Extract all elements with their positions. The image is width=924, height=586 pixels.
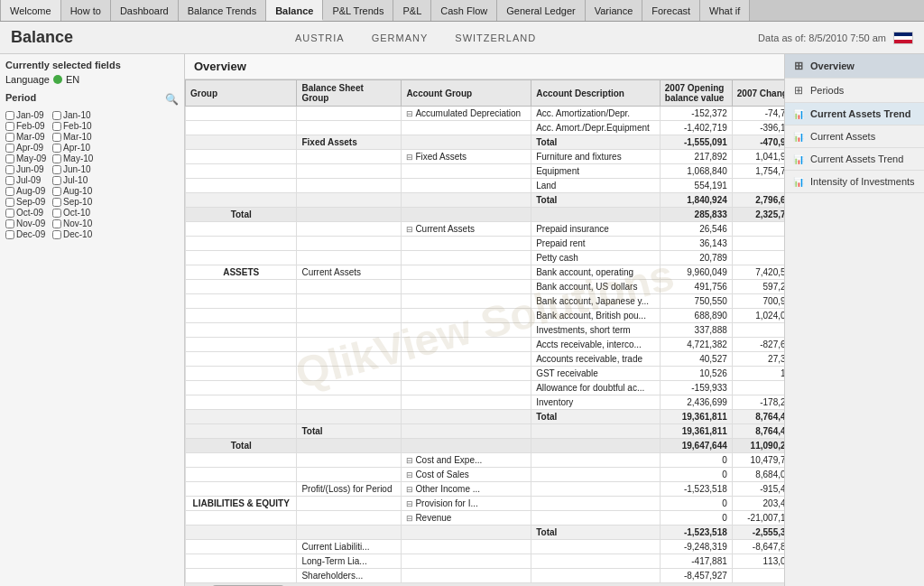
expand-icon[interactable]: ⊟ <box>406 485 413 494</box>
table-row: LIABILITIES & EQUITY⊟Provision for I...0… <box>186 497 785 511</box>
header-right: Data as of: 8/5/2010 7:50 am <box>758 32 913 44</box>
selected-fields-title: Currently selected fields <box>5 60 179 70</box>
data-timestamp: Data as of: 8/5/2010 7:50 am <box>758 33 886 43</box>
country-germany[interactable]: GERMANY <box>372 33 429 43</box>
cell-opening-value: 750,550 <box>660 294 732 309</box>
table-row: Land554,1910 <box>186 179 785 193</box>
cell-description <box>531 468 661 482</box>
cell-acct-group <box>402 179 531 193</box>
period-checkbox-left-10[interactable] <box>5 219 14 228</box>
cell-acct-group <box>402 294 531 309</box>
expand-icon[interactable]: ⊟ <box>406 153 413 162</box>
country-selector: AUSTRIAGERMANYSWITZERLAND <box>295 33 536 43</box>
period-checkbox-right-11[interactable] <box>52 230 61 239</box>
country-austria[interactable]: AUSTRIA <box>295 33 345 43</box>
cell-bs-group <box>297 338 402 352</box>
cell-bs-group <box>297 410 402 424</box>
period-checkbox-right-1[interactable] <box>52 122 61 131</box>
period-label-right-2: Mar-10 <box>63 132 97 142</box>
period-row-right-1: Feb-10 <box>52 121 97 131</box>
right-panel-item-3[interactable]: 📊Current Assets <box>785 126 924 148</box>
period-checkbox-left-9[interactable] <box>5 209 14 218</box>
nav-tab-balance[interactable]: Balance <box>266 0 323 21</box>
right-panel-item-4[interactable]: 📊Current Assets Trend <box>785 148 924 171</box>
nav-tab-dashboard[interactable]: Dashboard <box>111 0 179 21</box>
right-panel-item-1[interactable]: ⊞Periods <box>785 79 924 103</box>
period-checkbox-left-3[interactable] <box>5 144 14 153</box>
period-checkbox-left-0[interactable] <box>5 111 14 120</box>
period-checkbox-left-5[interactable] <box>5 165 14 174</box>
col-bs-group: Balance SheetGroup <box>297 80 402 107</box>
period-checkbox-right-5[interactable] <box>52 165 61 174</box>
period-row-right-10: Nov-10 <box>52 219 97 228</box>
period-checkbox-right-4[interactable] <box>52 154 61 163</box>
period-checkbox-left-11[interactable] <box>5 230 14 239</box>
period-checkbox-right-8[interactable] <box>52 198 61 207</box>
nav-tab-forecast[interactable]: Forecast <box>642 0 700 21</box>
bar-chart-icon: 📊 <box>792 132 805 142</box>
nav-tab-p-l-trends[interactable]: P&L Trends <box>323 0 393 21</box>
expand-icon[interactable]: ⊟ <box>406 499 413 508</box>
cell-description <box>531 453 661 468</box>
nav-tab-general-ledger[interactable]: General Ledger <box>497 0 585 21</box>
cell-bs-group <box>297 150 402 164</box>
nav-tab-cash-flow[interactable]: Cash Flow <box>431 0 497 21</box>
period-checkbox-right-3[interactable] <box>52 144 61 153</box>
cell-acct-group: ⊟Accumulated Depreciation <box>402 107 531 121</box>
period-checkbox-left-4[interactable] <box>5 154 14 163</box>
expand-icon[interactable]: ⊟ <box>406 456 413 465</box>
expand-icon[interactable]: ⊟ <box>406 109 413 118</box>
right-panel-item-0[interactable]: ⊞Overview <box>785 54 924 79</box>
cell-acct-group <box>402 540 531 554</box>
expand-icon[interactable]: ⊟ <box>406 514 413 523</box>
right-panel-item-2[interactable]: 📊Current Assets Trend <box>785 103 924 126</box>
table-row: ⊟Fixed AssetsFurniture and fixtures217,8… <box>186 150 785 164</box>
cell-group <box>186 135 297 150</box>
expand-icon[interactable]: ⊟ <box>406 225 413 234</box>
table-row: Bank account, Japanese y...750,550700,99… <box>186 294 785 309</box>
cell-acct-group <box>402 121 531 135</box>
cell-acct-group <box>402 569 531 583</box>
cell-description: Inventory <box>531 395 661 410</box>
nav-tab-how-to[interactable]: How to <box>61 0 111 21</box>
cell-acct-group: ⊟Provision for I... <box>402 497 531 511</box>
period-checkbox-left-8[interactable] <box>5 198 14 207</box>
nav-tab-balance-trends[interactable]: Balance Trends <box>179 0 266 21</box>
expand-icon[interactable]: ⊟ <box>406 470 413 479</box>
period-checkbox-right-10[interactable] <box>52 219 61 228</box>
period-search-icon[interactable]: 🔍 <box>165 93 179 106</box>
cell-bs-group <box>297 367 402 381</box>
period-checkbox-left-1[interactable] <box>5 122 14 131</box>
left-panel: Currently selected fields Language EN Pe… <box>0 54 185 586</box>
bar-chart-icon: 📊 <box>792 154 805 164</box>
period-checkbox-right-0[interactable] <box>52 111 61 120</box>
cell-opening-value: -417,881 <box>660 554 732 569</box>
right-panel-item-5[interactable]: 📊Intensity of Investments <box>785 171 924 193</box>
cell-change-value: 10,479,744 <box>732 453 784 468</box>
period-checkbox-right-6[interactable] <box>52 176 61 185</box>
period-checkbox-left-2[interactable] <box>5 133 14 142</box>
period-row-left-0: Jan-09 <box>5 110 51 120</box>
period-checkbox-right-2[interactable] <box>52 133 61 142</box>
country-switzerland[interactable]: SWITZERLAND <box>455 33 536 43</box>
cell-bs-group <box>297 107 402 121</box>
nav-tab-welcome[interactable]: Welcome <box>0 0 61 21</box>
cell-acct-group <box>402 410 531 424</box>
period-checkbox-right-9[interactable] <box>52 209 61 218</box>
cell-description: Acc. Amort./Depr.Equipment <box>531 121 661 135</box>
cell-change-value: -915,434 <box>732 482 784 497</box>
col-opening: 2007 Openingbalance value <box>660 80 732 107</box>
nav-tab-p-l[interactable]: P&L <box>393 0 431 21</box>
table-row: Total19,361,8118,764,464 <box>186 424 785 439</box>
period-label-right-0: Jan-10 <box>63 110 97 120</box>
period-checkbox-left-6[interactable] <box>5 176 14 185</box>
cell-bs-group <box>297 208 402 222</box>
cell-change-value: -396,146 <box>732 121 784 135</box>
period-checkbox-left-7[interactable] <box>5 187 14 196</box>
nav-tab-what-if[interactable]: What if <box>700 0 750 21</box>
cell-bs-group <box>297 309 402 323</box>
period-checkbox-right-7[interactable] <box>52 187 61 196</box>
cell-bs-group <box>297 179 402 193</box>
nav-tab-variance[interactable]: Variance <box>586 0 643 21</box>
cell-description: Bank account, US dollars <box>531 280 661 294</box>
